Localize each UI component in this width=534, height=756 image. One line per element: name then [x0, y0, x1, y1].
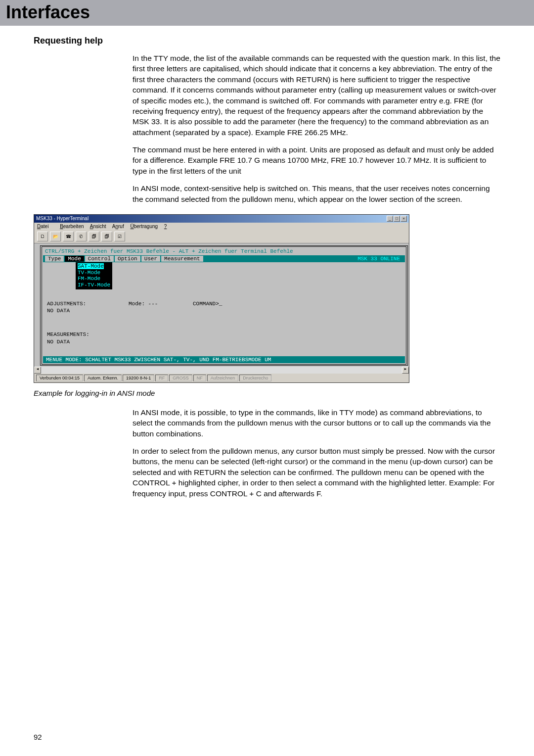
paragraph: In the TTY mode, the list of the availab…	[133, 53, 500, 138]
terminal-status-line: MENUE MODE: SCHALTET MSK33 ZWISCHEN SAT-…	[43, 356, 405, 363]
status-baud: 19200 8-N-1	[123, 375, 154, 381]
minimize-icon[interactable]: _	[387, 216, 393, 222]
paragraph: In ANSI mode, context-sensitive help is …	[133, 183, 500, 204]
term-menu-control[interactable]: Control	[85, 256, 114, 262]
toolbar-open-icon[interactable]: 📂	[50, 232, 61, 241]
app-statusbar: Verbunden 00:04:15 Autom. Erkenn. 19200 …	[34, 374, 409, 382]
content: Requesting help In the TTY mode, the lis…	[0, 36, 534, 499]
term-menu-option[interactable]: Option	[115, 256, 140, 262]
toolbar-send-icon[interactable]: 🗐	[89, 232, 99, 241]
menu-item[interactable]: Datei	[37, 224, 53, 229]
term-menu-measurement[interactable]: Measurement	[161, 256, 203, 262]
toolbar-properties-icon[interactable]: ☑	[114, 232, 125, 241]
status-num: NF	[193, 375, 206, 381]
term-menu-type[interactable]: Type	[45, 256, 64, 262]
page-header: Interfaces	[0, 0, 534, 26]
status-caps: GROSS	[169, 375, 192, 381]
status-capture: Aufzeichnen	[207, 375, 239, 381]
toolbar-disconnect-icon[interactable]: ✆	[76, 232, 87, 241]
menu-item[interactable]: Anruf	[112, 224, 124, 229]
command-prompt[interactable]: COMMAND>_	[193, 300, 222, 315]
term-menu-user[interactable]: User	[141, 256, 160, 262]
section-heading: Requesting help	[34, 36, 500, 46]
paragraph: The command must be here entered in with…	[133, 144, 500, 176]
window-titlebar: MSK33 - HyperTerminal _ □ ×	[34, 215, 409, 223]
dropdown-item[interactable]: TV-Mode	[78, 270, 110, 276]
window-controls: _ □ ×	[387, 216, 407, 222]
page-title: Interfaces	[6, 2, 90, 22]
paragraph: In ANSI mode, it is possible, to type in…	[133, 407, 500, 439]
horizontal-scrollbar[interactable]: ◄ ►	[34, 367, 409, 374]
toolbar-receive-icon[interactable]: 🗐	[101, 232, 112, 241]
menu-item[interactable]: ?	[164, 224, 167, 229]
status-detect: Autom. Erkenn.	[84, 375, 122, 381]
status-connection-time: Verbunden 00:04:15	[36, 375, 83, 381]
paragraph: In order to select from the pulldown men…	[133, 446, 500, 499]
scroll-left-icon[interactable]: ◄	[34, 367, 41, 374]
scrollbar-track[interactable]	[41, 367, 402, 374]
scroll-right-icon[interactable]: ►	[402, 367, 409, 374]
app-menubar: Datei Bearbeiten Ansicht Anruf Übertragu…	[34, 223, 409, 230]
adjustments-label: ADJUSTMENTS:	[47, 300, 129, 307]
no-data-label: NO DATA	[47, 307, 129, 314]
no-data-label: NO DATA	[47, 338, 401, 345]
toolbar-new-icon[interactable]: 🗋	[37, 232, 48, 241]
page-number: 92	[34, 733, 42, 741]
close-icon[interactable]: ×	[400, 216, 407, 222]
terminal-area: CTRL/STRG + Zeichen fuer MSK33 Befehle -…	[34, 243, 409, 367]
dropdown-item[interactable]: SAT-Mode	[78, 263, 104, 269]
mode-dropdown[interactable]: SAT-Mode TV-Mode FM-Mode IF-TV-Mode	[76, 262, 112, 289]
dropdown-item[interactable]: IF-TV-Mode	[78, 282, 110, 288]
window-title: MSK33 - HyperTerminal	[36, 216, 89, 221]
menu-item[interactable]: Übertragung	[130, 224, 158, 229]
status-echo: Druckerecho	[239, 375, 271, 381]
maximize-icon[interactable]: □	[394, 216, 400, 222]
toolbar: 🗋 📂 ☎ ✆ 🗐 🗐 ☑	[34, 230, 409, 243]
online-indicator: MSK 33 ONLINE	[355, 256, 403, 262]
terminal-hint-line: CTRL/STRG + Zeichen fuer MSK33 Befehle -…	[43, 248, 405, 255]
status-rf: RF	[155, 375, 168, 381]
terminal-screenshot: MSK33 - HyperTerminal _ □ × Datei Bearbe…	[34, 214, 409, 383]
terminal-menu-row: Type Mode Control Option User Measuremen…	[43, 255, 405, 263]
menu-item[interactable]: Bearbeiten	[60, 224, 84, 229]
term-menu-mode[interactable]: Mode	[65, 256, 84, 262]
measurements-label: MEASUREMENTS:	[47, 331, 401, 338]
dropdown-item[interactable]: FM-Mode	[78, 276, 110, 282]
toolbar-connect-icon[interactable]: ☎	[63, 232, 74, 241]
menu-item[interactable]: Ansicht	[90, 224, 106, 229]
figure-caption: Example for logging-in in ANSI mode	[34, 389, 500, 397]
mode-value: Mode: ---	[129, 300, 193, 315]
